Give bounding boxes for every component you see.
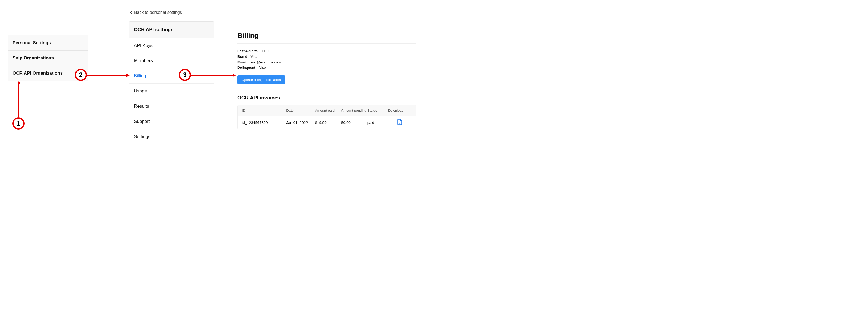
last4-value: 0000 bbox=[261, 49, 269, 53]
col-status: Status bbox=[367, 108, 388, 112]
billing-panel: Billing Last 4 digits: 0000 Brand: Visa … bbox=[238, 31, 416, 129]
ocr-api-settings-sidebar: OCR API settings API Keys Members Billin… bbox=[129, 21, 214, 144]
billing-title: Billing bbox=[238, 31, 416, 40]
invoices-table: ID Date Amount paid Amount pending Statu… bbox=[238, 105, 416, 129]
sidebar-item-snip-organizations[interactable]: Snip Organizations bbox=[8, 51, 88, 66]
arrow-1 bbox=[18, 80, 20, 117]
sidebar-item-api-keys[interactable]: API Keys bbox=[129, 38, 214, 53]
delinquent-label: Delinquent: bbox=[238, 65, 257, 71]
invoice-amount-paid: $19.99 bbox=[315, 121, 341, 125]
col-id: ID bbox=[242, 108, 286, 112]
invoice-date: Jan 01, 2022 bbox=[286, 121, 315, 125]
brand-value: Visa bbox=[251, 55, 257, 59]
update-billing-button[interactable]: Update billing information bbox=[238, 75, 285, 84]
svg-marker-2 bbox=[18, 80, 20, 84]
sidebar-item-usage[interactable]: Usage bbox=[129, 84, 214, 99]
chevron-left-icon bbox=[130, 11, 132, 14]
ocr-api-settings-header: OCR API settings bbox=[129, 22, 214, 38]
invoice-row: id_1234567890 Jan 01, 2022 $19.99 $0.00 … bbox=[238, 116, 416, 129]
download-pdf-icon[interactable] bbox=[398, 119, 402, 125]
brand-label: Brand: bbox=[238, 54, 249, 60]
sidebar-item-support[interactable]: Support bbox=[129, 114, 214, 129]
invoice-id: id_1234567890 bbox=[242, 121, 286, 125]
col-date: Date bbox=[286, 108, 315, 112]
invoice-status: paid bbox=[367, 121, 388, 125]
step-1-badge: 1 bbox=[12, 117, 25, 130]
step-3-badge: 3 bbox=[179, 69, 191, 81]
col-download: Download bbox=[388, 108, 412, 112]
sidebar-item-results[interactable]: Results bbox=[129, 99, 214, 114]
invoices-header-row: ID Date Amount paid Amount pending Statu… bbox=[238, 105, 416, 116]
col-amount-pending: Amount pending bbox=[341, 108, 367, 112]
sidebar-item-members[interactable]: Members bbox=[129, 53, 214, 68]
last4-label: Last 4 digits: bbox=[238, 49, 259, 54]
arrow-3 bbox=[191, 73, 236, 77]
step-2-badge: 2 bbox=[75, 69, 87, 81]
svg-marker-4 bbox=[126, 74, 130, 77]
invoices-title: OCR API invoices bbox=[238, 95, 416, 101]
email-value: user@example.com bbox=[250, 60, 281, 64]
invoice-amount-pending: $0.00 bbox=[341, 121, 367, 125]
arrow-2 bbox=[87, 73, 130, 77]
delinquent-value: false bbox=[258, 66, 266, 70]
col-amount-paid: Amount paid bbox=[315, 108, 341, 112]
email-label: Email: bbox=[238, 60, 248, 65]
sidebar-item-personal-settings[interactable]: Personal Settings bbox=[8, 35, 88, 51]
svg-marker-6 bbox=[232, 74, 236, 77]
sidebar-item-settings[interactable]: Settings bbox=[129, 129, 214, 144]
back-link-label: Back to personal settings bbox=[134, 10, 182, 15]
back-to-personal-settings-link[interactable]: Back to personal settings bbox=[129, 10, 182, 15]
billing-info: Last 4 digits: 0000 Brand: Visa Email: u… bbox=[238, 49, 416, 71]
divider bbox=[238, 43, 416, 44]
